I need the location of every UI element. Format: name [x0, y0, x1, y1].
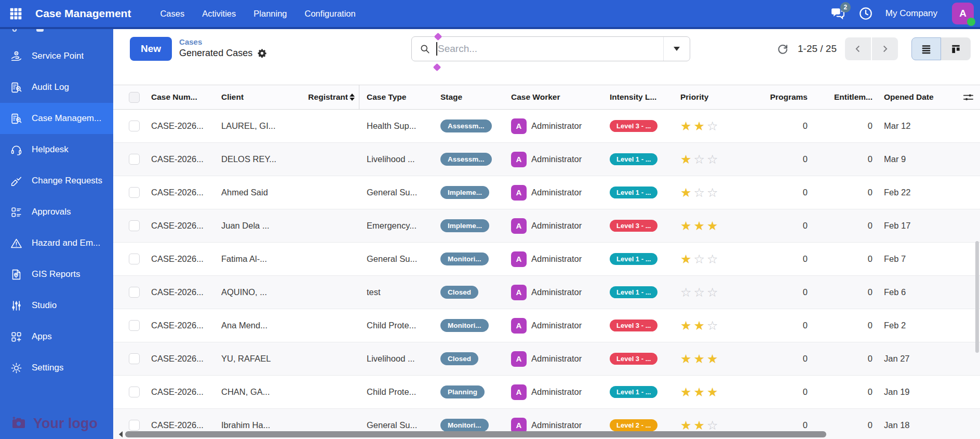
header-intensity-level[interactable]: Intensity L... — [606, 85, 676, 109]
row-checkbox[interactable] — [129, 187, 140, 198]
priority-star[interactable]: ★ — [694, 419, 705, 432]
row-checkbox[interactable] — [129, 420, 140, 431]
search-dropdown-toggle[interactable] — [663, 37, 690, 61]
priority-star[interactable]: ★ — [707, 220, 718, 232]
sidebar-item-case-management[interactable]: Case Managem... — [0, 103, 113, 134]
app-title[interactable]: Case Management — [35, 7, 131, 20]
optional-columns-icon[interactable] — [962, 91, 974, 103]
horizontal-scrollbar-thumb[interactable] — [125, 431, 826, 437]
company-switcher[interactable]: My Company — [885, 8, 937, 19]
priority-star[interactable]: ☆ — [707, 320, 718, 332]
priority-star[interactable]: ☆ — [694, 187, 705, 199]
priority-star[interactable]: ☆ — [707, 153, 718, 166]
row-checkbox[interactable] — [129, 387, 140, 397]
header-opened-date[interactable]: Opened Date — [879, 85, 957, 109]
priority-star[interactable]: ★ — [680, 253, 692, 265]
pager-previous-button[interactable] — [845, 37, 871, 60]
row-checkbox[interactable] — [129, 254, 140, 264]
sidebar-item-service-point[interactable]: Service Point — [0, 41, 113, 72]
header-stage[interactable]: Stage — [433, 85, 506, 109]
table-row[interactable]: CASE-2026...Ahmed SaidGeneral Su...Imple… — [113, 176, 980, 209]
sidebar-item-audit-log[interactable]: Audit Log — [0, 72, 113, 103]
header-client[interactable]: Client — [221, 85, 292, 109]
priority-star[interactable]: ★ — [680, 353, 692, 365]
vertical-scrollbar-thumb[interactable] — [975, 241, 979, 353]
priority-star[interactable]: ★ — [694, 220, 705, 232]
priority-star[interactable]: ★ — [694, 386, 705, 398]
scroll-left-arrow-icon[interactable] — [116, 431, 123, 437]
messages-icon[interactable]: 2 — [829, 6, 846, 21]
row-checkbox[interactable] — [129, 154, 140, 165]
priority-star[interactable]: ★ — [680, 120, 692, 132]
select-all-checkbox[interactable] — [129, 92, 140, 103]
priority-star[interactable]: ★ — [694, 353, 705, 365]
priority-star[interactable]: ☆ — [694, 286, 705, 299]
sidebar-item-change-requests[interactable]: Change Requests — [0, 165, 113, 196]
breadcrumb-parent[interactable]: Cases — [179, 37, 267, 47]
refresh-icon[interactable] — [776, 42, 789, 56]
activity-clock-icon[interactable] — [858, 6, 873, 21]
table-row[interactable]: CASE-2026...CHAN, GA...Child Prote...Pla… — [113, 376, 980, 409]
case-worker-avatar: A — [511, 185, 527, 201]
priority-star[interactable]: ★ — [707, 353, 718, 365]
row-checkbox[interactable] — [129, 353, 140, 364]
header-case-worker[interactable]: Case Worker — [506, 85, 606, 109]
row-checkbox[interactable] — [129, 320, 140, 331]
priority-star[interactable]: ★ — [680, 386, 692, 398]
row-checkbox[interactable] — [129, 220, 140, 231]
online-status-dot — [967, 18, 975, 26]
menu-item-configuration[interactable]: Configuration — [305, 9, 356, 19]
user-avatar[interactable]: A — [952, 3, 974, 24]
priority-star[interactable]: ☆ — [707, 253, 718, 265]
priority-star[interactable]: ☆ — [694, 253, 705, 265]
priority-star[interactable]: ☆ — [707, 187, 718, 199]
priority-star[interactable]: ★ — [680, 153, 692, 166]
sidebar-item-approvals[interactable]: Approvals — [0, 196, 113, 228]
sidebar-item-settings[interactable]: Settings — [0, 352, 113, 383]
priority-star[interactable]: ★ — [680, 187, 692, 199]
table-row[interactable]: CASE-2026...Juan Dela ...Emergency...Imp… — [113, 209, 980, 243]
row-checkbox[interactable] — [129, 121, 140, 131]
table-row[interactable]: CASE-2026...LAUREL, GI...Health Sup...As… — [113, 110, 980, 143]
sidebar-item-apps[interactable]: Apps — [0, 321, 113, 352]
sidebar-item-gis-reports[interactable]: GIS Reports — [0, 259, 113, 290]
header-registrant[interactable]: Registrant — [292, 85, 359, 109]
header-case-type[interactable]: Case Type — [359, 85, 433, 109]
header-entitlements[interactable]: Entitlem... — [814, 85, 879, 109]
priority-star[interactable]: ☆ — [707, 286, 718, 299]
priority-star[interactable]: ★ — [694, 120, 705, 132]
table-row[interactable]: CASE-2026...Ana Mend...Child Prote...Mon… — [113, 309, 980, 342]
menu-item-cases[interactable]: Cases — [160, 9, 184, 19]
header-priority[interactable]: Priority — [676, 85, 759, 109]
table-row[interactable]: CASE-2026...DELOS REY...Livelihood ...As… — [113, 143, 980, 176]
header-case-number[interactable]: Case Num... — [147, 85, 221, 109]
new-button[interactable]: New — [130, 37, 172, 61]
sort-icon — [350, 94, 355, 101]
priority-star[interactable]: ★ — [680, 220, 692, 232]
sidebar-item-studio[interactable]: Studio — [0, 290, 113, 321]
table-row[interactable]: CASE-2026...Fatima Al-...General Su...Mo… — [113, 243, 980, 276]
priority-star[interactable]: ☆ — [680, 286, 692, 299]
pager-next-button[interactable] — [872, 37, 898, 60]
kanban-view-button[interactable] — [941, 37, 971, 60]
sidebar-item-helpdesk[interactable]: Helpdesk — [0, 134, 113, 165]
intensity-badge: Level 3 - ... — [610, 120, 657, 132]
header-programs[interactable]: Programs — [759, 85, 814, 109]
priority-star[interactable]: ☆ — [707, 419, 718, 432]
menu-item-planning[interactable]: Planning — [253, 9, 287, 19]
sidebar-item-hazard[interactable]: Hazard and Em... — [0, 228, 113, 259]
priority-star[interactable]: ☆ — [707, 120, 718, 132]
action-gear-icon[interactable] — [257, 48, 267, 58]
priority-star[interactable]: ☆ — [694, 153, 705, 166]
list-view-button[interactable] — [911, 37, 941, 60]
row-checkbox[interactable] — [129, 287, 140, 298]
search-input[interactable] — [438, 43, 663, 55]
priority-star[interactable]: ★ — [707, 386, 718, 398]
priority-star[interactable]: ★ — [680, 419, 692, 432]
priority-star[interactable]: ★ — [680, 320, 692, 332]
table-row[interactable]: CASE-2026...AQUINO, ...testClosedAAdmini… — [113, 276, 980, 309]
menu-item-activities[interactable]: Activities — [202, 9, 236, 19]
table-row[interactable]: CASE-2026...YU, RAFAELLivelihood ...Clos… — [113, 342, 980, 376]
apps-grid-icon[interactable] — [8, 6, 23, 21]
priority-star[interactable]: ★ — [694, 320, 705, 332]
